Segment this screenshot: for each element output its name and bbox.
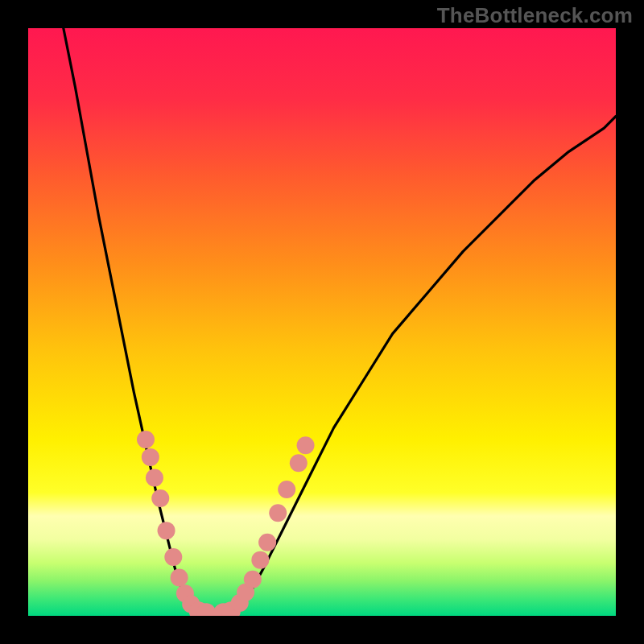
chart-frame: TheBottleneck.com bbox=[0, 0, 644, 644]
gradient-background bbox=[28, 28, 616, 616]
marker-dot bbox=[244, 571, 262, 588]
marker-dot bbox=[251, 551, 269, 569]
attribution-label: TheBottleneck.com bbox=[437, 3, 633, 28]
marker-dot bbox=[269, 504, 287, 522]
marker-dot bbox=[278, 481, 295, 498]
marker-dot bbox=[258, 534, 276, 551]
marker-dot bbox=[151, 489, 169, 507]
marker-dot bbox=[164, 548, 182, 566]
marker-dot bbox=[146, 469, 163, 486]
marker-dot bbox=[297, 436, 315, 454]
marker-dot bbox=[196, 603, 216, 622]
bottleneck-chart bbox=[0, 0, 644, 644]
marker-dot bbox=[137, 431, 155, 448]
marker-dot bbox=[158, 522, 175, 539]
marker-dot bbox=[171, 569, 188, 587]
marker-dot bbox=[290, 454, 308, 472]
marker-dot bbox=[142, 448, 159, 466]
